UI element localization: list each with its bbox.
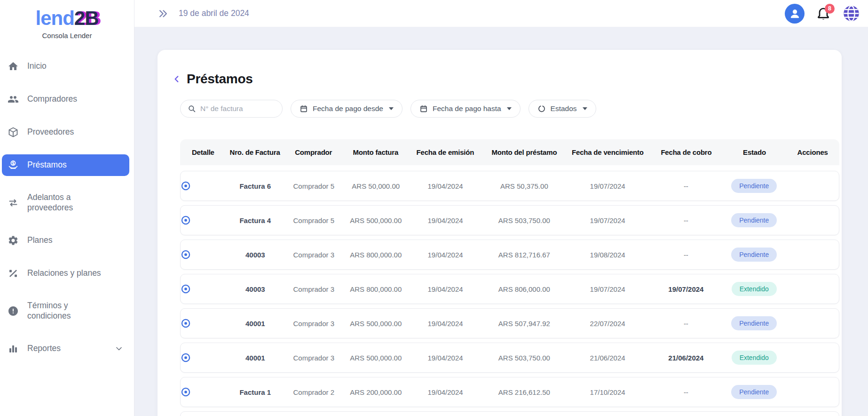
cell-due-date: 19/07/2024	[566, 285, 649, 293]
cell-loan-amount: ARS 50,375.00	[482, 182, 566, 190]
eye-icon[interactable]	[181, 181, 227, 191]
loans-table: DetalleNro. de FacturaCompradorMonto fac…	[180, 139, 839, 416]
logo-text-lend: lend	[35, 7, 74, 29]
status-badge: Pendiente	[731, 179, 777, 193]
chevron-down-icon	[583, 107, 587, 110]
states-filter[interactable]: Estados	[529, 100, 596, 118]
cell-invoice-amount: ARS 800,000.00	[344, 285, 408, 293]
people-icon	[8, 94, 19, 105]
sidebar-item-label: Adelantos a proveedores	[27, 192, 107, 213]
chart-icon	[8, 343, 19, 354]
sidebar-item-adelantos-a-proveedores[interactable]: Adelantos a proveedores	[2, 187, 129, 218]
sidebar-item-label: Compradores	[27, 94, 77, 104]
sidebar-item-pr-stamos[interactable]: $ Préstamos	[2, 154, 129, 176]
date-to-label: Fecha de pago hasta	[433, 104, 501, 113]
sidebar-item-t-rminos-y-condiciones[interactable]: Términos y condiciones	[2, 296, 129, 327]
language-globe-icon[interactable]	[842, 4, 860, 23]
cell-invoice-number: 40001	[227, 320, 284, 328]
sidebar-item-label: Reportes	[27, 344, 61, 354]
eye-icon[interactable]	[181, 352, 227, 363]
cell-issue-date: 19/04/2024	[408, 354, 482, 362]
table-row: Factura 1 Comprador 2 ARS 200,000.00 19/…	[180, 377, 839, 407]
cell-buyer: Comprador 3	[284, 354, 343, 362]
user-avatar[interactable]	[785, 4, 805, 24]
eye-icon[interactable]	[181, 284, 227, 294]
cell-invoice-amount: ARS 500,000.00	[344, 320, 408, 328]
notifications-bell-icon[interactable]: 8	[816, 6, 831, 22]
column-header: Fecha de emisión	[408, 148, 483, 156]
eye-icon[interactable]	[181, 249, 227, 260]
swap-icon	[8, 197, 19, 208]
cell-collection-date: --	[649, 320, 723, 328]
cell-collection-date: 21/06/2024	[649, 354, 723, 362]
column-header: Comprador	[284, 148, 343, 156]
eye-icon[interactable]	[181, 387, 227, 397]
table-body: Factura 6 Comprador 5 ARS 50,000.00 19/0…	[180, 171, 839, 407]
column-header: Fecha de cobro	[649, 148, 723, 156]
eye-icon[interactable]	[181, 318, 227, 328]
cell-issue-date: 19/04/2024	[408, 182, 482, 190]
cell-buyer: Comprador 2	[284, 388, 343, 396]
sidebar-item-compradores[interactable]: Compradores	[2, 88, 129, 110]
date-from-filter[interactable]: Fecha de pago desde	[291, 100, 402, 118]
column-header: Acciones	[786, 148, 839, 156]
back-chevron-icon[interactable]	[173, 75, 181, 83]
cell-buyer: Comprador 3	[284, 285, 343, 293]
content-column: 19 de abril de 2024 8 Préstamos	[134, 0, 868, 416]
sidebar-item-planes[interactable]: Planes	[2, 230, 129, 251]
sidebar-collapse-icon[interactable]	[158, 8, 168, 19]
gear-icon	[8, 235, 19, 246]
chevron-down-icon[interactable]	[114, 344, 124, 353]
cell-buyer: Comprador 5	[284, 216, 343, 224]
cell-loan-amount: ARS 216,612.50	[482, 388, 566, 396]
cell-due-date: 19/08/2024	[566, 251, 649, 259]
current-date: 19 de abril de 2024	[179, 8, 249, 18]
calendar-icon	[419, 104, 428, 113]
filters-bar: Fecha de pago desde Fecha de pago hasta …	[180, 100, 839, 118]
sidebar-item-proveedores[interactable]: Proveedores	[2, 121, 129, 143]
table-row-partial	[180, 411, 839, 416]
sidebar-item-reportes[interactable]: Reportes	[2, 338, 129, 360]
sidebar: lend2B Consola Lender Inicio Compradores…	[0, 0, 134, 416]
cell-invoice-amount: ARS 500,000.00	[344, 216, 408, 224]
invoice-search-input[interactable]	[200, 104, 276, 113]
status-badge: Pendiente	[731, 385, 777, 399]
cell-loan-amount: ARS 503,750.00	[482, 216, 566, 224]
cell-collection-date: --	[649, 182, 723, 190]
topbar: 19 de abril de 2024 8	[134, 0, 868, 27]
column-header: Monto del préstamo	[482, 148, 566, 156]
package-icon	[8, 127, 19, 138]
table-row: 40001 Comprador 3 ARS 500,000.00 19/04/2…	[180, 343, 839, 373]
cell-invoice-number: Factura 6	[227, 182, 284, 190]
loans-icon: $	[8, 160, 19, 171]
chevron-down-icon	[389, 107, 394, 110]
cell-loan-amount: ARS 806,000.00	[482, 285, 566, 293]
sidebar-item-inicio[interactable]: Inicio	[2, 56, 129, 77]
table-row: Factura 6 Comprador 5 ARS 50,000.00 19/0…	[180, 171, 839, 201]
cell-collection-date: --	[649, 216, 723, 224]
date-to-filter[interactable]: Fecha de pago hasta	[410, 100, 521, 118]
cell-loan-amount: ARS 507,947.92	[482, 320, 566, 328]
cell-collection-date: 19/07/2024	[649, 285, 723, 293]
column-header: Estado	[723, 148, 786, 156]
table-row: 40003 Comprador 3 ARS 800,000.00 19/04/2…	[180, 240, 839, 270]
sidebar-item-label: Inicio	[27, 61, 47, 72]
cell-due-date: 19/07/2024	[566, 216, 649, 224]
column-header: Nro. de Factura	[226, 148, 284, 156]
table-row: Factura 4 Comprador 5 ARS 500,000.00 19/…	[180, 205, 839, 235]
cell-due-date: 22/07/2024	[566, 320, 649, 328]
invoice-search-box[interactable]	[180, 100, 283, 118]
sidebar-item-label: Proveedores	[27, 127, 74, 137]
cell-buyer: Comprador 3	[284, 251, 343, 259]
brand-logo: lend2B Consola Lender	[0, 0, 134, 40]
table-row: 40001 Comprador 3 ARS 500,000.00 19/04/2…	[180, 308, 839, 338]
cell-issue-date: 19/04/2024	[408, 285, 482, 293]
cell-invoice-amount: ARS 500,000.00	[344, 354, 408, 362]
status-ring-icon	[537, 104, 546, 113]
topbar-actions: 8	[785, 4, 860, 24]
sidebar-item-relaciones-y-planes[interactable]: Relaciones y planes	[2, 263, 129, 284]
sidebar-item-label: Planes	[27, 235, 53, 246]
eye-icon[interactable]	[181, 215, 227, 225]
status-badge: Pendiente	[731, 248, 777, 262]
column-header: Fecha de vencimiento	[566, 148, 649, 156]
